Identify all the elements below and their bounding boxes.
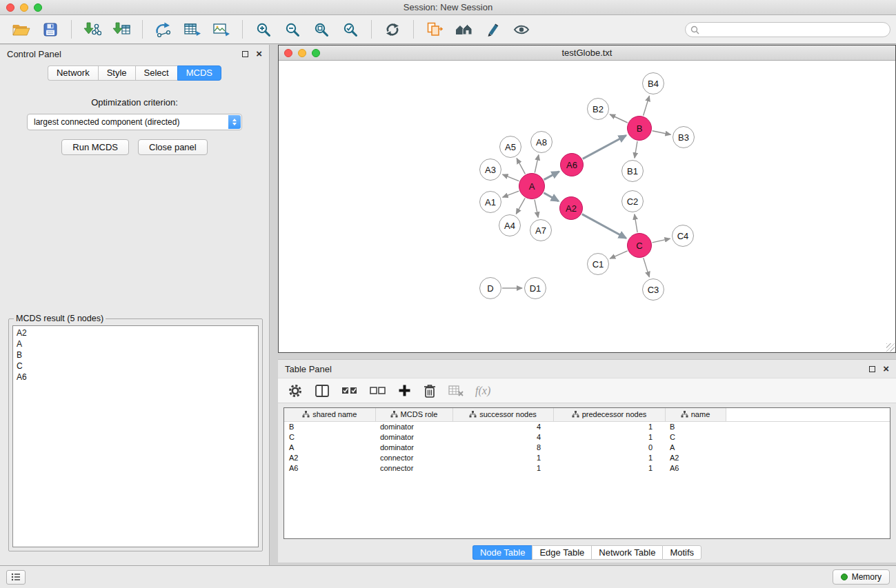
table-row[interactable]: A6connector11A6 bbox=[284, 463, 890, 473]
zoom-window-button[interactable] bbox=[34, 3, 42, 12]
network-node[interactable]: A5 bbox=[499, 136, 521, 158]
column-header[interactable]: name bbox=[665, 408, 726, 421]
zoom-fit-button[interactable] bbox=[309, 19, 334, 41]
network-edge[interactable] bbox=[610, 251, 627, 258]
zoom-network-window-button[interactable] bbox=[312, 49, 320, 57]
network-edge[interactable] bbox=[583, 136, 626, 159]
network-edge[interactable] bbox=[503, 174, 519, 181]
network-node[interactable]: A6 bbox=[560, 153, 584, 176]
open-session-button[interactable] bbox=[9, 19, 34, 41]
zoom-in-button[interactable] bbox=[251, 19, 276, 41]
network-node[interactable]: B4 bbox=[642, 72, 664, 94]
network-edge[interactable] bbox=[516, 198, 525, 214]
network-edge[interactable] bbox=[517, 159, 525, 174]
network-node[interactable]: C3 bbox=[642, 278, 664, 301]
network-node[interactable]: A2 bbox=[559, 196, 583, 220]
tab-motifs[interactable]: Motifs bbox=[662, 545, 701, 560]
home-button[interactable] bbox=[451, 19, 476, 41]
network-node[interactable]: B3 bbox=[673, 126, 695, 148]
delete-table-button[interactable] bbox=[448, 385, 464, 397]
tab-node-table[interactable]: Node Table bbox=[472, 545, 532, 560]
network-node[interactable]: C2 bbox=[621, 190, 644, 212]
table-settings-button[interactable] bbox=[288, 383, 303, 398]
memory-button[interactable]: Memory bbox=[833, 569, 890, 585]
tab-mcds[interactable]: MCDS bbox=[177, 65, 221, 81]
table-row[interactable]: Bdominator41B bbox=[284, 421, 890, 432]
network-node[interactable]: A3 bbox=[479, 159, 501, 181]
network-node[interactable]: A8 bbox=[530, 131, 552, 153]
close-table-panel-button[interactable]: × bbox=[883, 365, 889, 372]
copy-button[interactable] bbox=[422, 19, 447, 41]
node-table[interactable]: shared nameMCDS rolesuccessor nodesprede… bbox=[283, 407, 890, 539]
network-node[interactable]: A4 bbox=[499, 214, 521, 236]
network-node[interactable]: A bbox=[519, 173, 545, 199]
result-item[interactable]: B bbox=[17, 349, 255, 361]
result-item[interactable]: C bbox=[17, 361, 255, 372]
minimize-window-button[interactable] bbox=[20, 3, 28, 12]
optimization-criterion-select[interactable]: largest connected component (directed) bbox=[27, 114, 242, 130]
column-header[interactable]: MCDS role bbox=[375, 408, 452, 421]
network-edge[interactable] bbox=[582, 214, 626, 239]
network-node[interactable]: D1 bbox=[524, 277, 546, 299]
network-edge[interactable] bbox=[644, 258, 650, 277]
task-history-button[interactable] bbox=[6, 570, 26, 585]
tab-select[interactable]: Select bbox=[135, 65, 177, 81]
network-node[interactable]: C bbox=[627, 233, 652, 258]
float-panel-button[interactable] bbox=[242, 51, 248, 57]
network-node[interactable]: C1 bbox=[587, 253, 609, 275]
tab-network-table[interactable]: Network Table bbox=[591, 545, 662, 560]
float-table-panel-button[interactable] bbox=[869, 366, 875, 372]
tab-edge-table[interactable]: Edge Table bbox=[532, 545, 591, 560]
network-edge[interactable] bbox=[535, 155, 539, 173]
network-edge[interactable] bbox=[653, 239, 670, 243]
network-edge[interactable] bbox=[644, 96, 650, 116]
network-edge[interactable] bbox=[635, 141, 637, 158]
network-node[interactable]: A7 bbox=[530, 219, 552, 241]
function-builder-button[interactable]: f(x) bbox=[475, 385, 490, 397]
network-node[interactable]: A1 bbox=[479, 191, 501, 213]
network-edge[interactable] bbox=[653, 131, 671, 134]
style-pen-button[interactable] bbox=[480, 19, 505, 41]
add-column-button[interactable] bbox=[398, 384, 411, 397]
network-node[interactable]: B bbox=[627, 116, 652, 141]
delete-column-button[interactable] bbox=[423, 383, 437, 398]
network-node[interactable]: D bbox=[479, 277, 501, 299]
export-image-button[interactable] bbox=[209, 19, 234, 41]
network-edge[interactable] bbox=[635, 214, 637, 232]
network-canvas[interactable]: AA1A2A3A4A5A6A7A8BB1B2B3B4CC1C2C3C4DD1 bbox=[279, 61, 895, 352]
result-item[interactable]: A2 bbox=[17, 327, 255, 338]
save-session-button[interactable] bbox=[38, 19, 63, 41]
column-header[interactable]: shared name bbox=[284, 408, 375, 421]
show-hide-button[interactable] bbox=[509, 19, 534, 41]
zoom-selected-button[interactable] bbox=[338, 19, 363, 41]
import-table-button[interactable] bbox=[109, 19, 134, 41]
table-row[interactable]: A2connector11A2 bbox=[284, 452, 890, 463]
network-edge[interactable] bbox=[503, 191, 519, 197]
result-item[interactable]: A6 bbox=[17, 372, 255, 383]
search-input[interactable] bbox=[685, 22, 890, 37]
column-header[interactable]: predecessor nodes bbox=[553, 408, 665, 421]
network-node[interactable]: B2 bbox=[587, 98, 609, 120]
network-node[interactable]: C4 bbox=[672, 225, 694, 247]
resize-handle[interactable] bbox=[886, 343, 895, 352]
zoom-out-button[interactable] bbox=[280, 19, 305, 41]
column-header[interactable]: successor nodes bbox=[452, 408, 553, 421]
network-edge[interactable] bbox=[544, 193, 558, 201]
run-mcds-button[interactable]: Run MCDS bbox=[61, 139, 129, 155]
table-row[interactable]: Adominator80A bbox=[284, 442, 890, 452]
network-edge[interactable] bbox=[544, 172, 559, 180]
select-all-button[interactable] bbox=[341, 385, 358, 396]
network-edge[interactable] bbox=[535, 200, 538, 218]
show-columns-button[interactable] bbox=[315, 384, 330, 398]
deselect-all-button[interactable] bbox=[370, 385, 386, 396]
new-network-button[interactable] bbox=[151, 19, 176, 41]
network-edge[interactable] bbox=[610, 114, 628, 123]
minimize-network-window-button[interactable] bbox=[298, 49, 306, 57]
refresh-button[interactable] bbox=[380, 19, 405, 41]
close-window-button[interactable] bbox=[6, 3, 14, 12]
import-network-button[interactable] bbox=[80, 19, 105, 41]
network-node[interactable]: B1 bbox=[621, 160, 644, 182]
new-table-button[interactable] bbox=[180, 19, 205, 41]
result-item[interactable]: A bbox=[17, 338, 255, 349]
close-network-window-button[interactable] bbox=[284, 49, 292, 57]
